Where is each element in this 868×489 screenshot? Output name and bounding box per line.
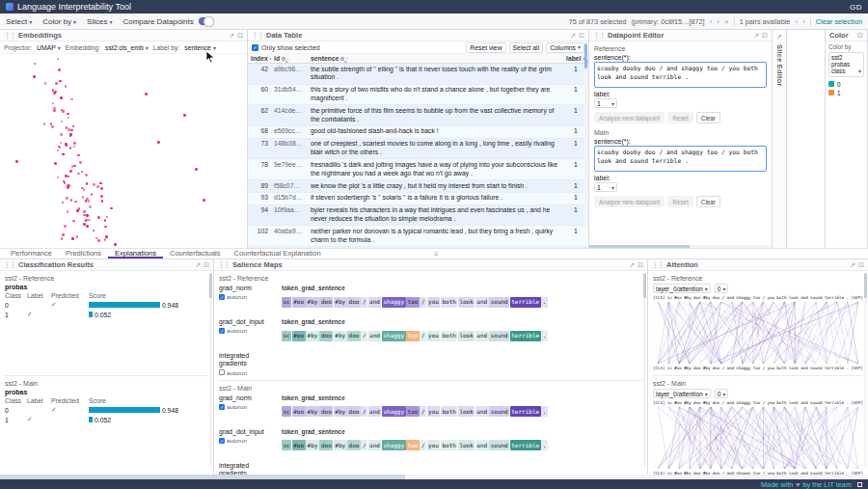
embedding-point[interactable] <box>82 196 85 199</box>
embedding-point[interactable] <box>58 68 61 71</box>
table-row[interactable]: 89 f58c07… we know the plot 's a little … <box>248 180 588 193</box>
embedding-point[interactable] <box>60 142 63 145</box>
next-datapoint-button[interactable]: › <box>717 17 719 26</box>
salience-token-chip[interactable]: doo <box>347 297 361 308</box>
attention-token[interactable]: #by <box>703 366 711 370</box>
autorun-checkbox[interactable] <box>219 369 225 375</box>
column-header-index[interactable]: index↕ <box>248 54 271 64</box>
embedding-point[interactable] <box>43 122 46 125</box>
embedding-point[interactable] <box>68 184 70 187</box>
embedding-point[interactable] <box>70 199 73 202</box>
columns-button[interactable]: Columns▾ <box>546 42 584 53</box>
embedding-point[interactable] <box>73 142 76 145</box>
layer-select[interactable]: layer_0/attention▾ <box>653 389 711 398</box>
sentence-textarea[interactable]: scooby dooby doo / and shaggy too / you … <box>594 62 767 88</box>
attention-token[interactable]: both <box>776 366 786 370</box>
color-by-select[interactable]: sst2 probas class▾ <box>828 52 864 77</box>
embedding-point[interactable] <box>53 109 56 112</box>
reset-button[interactable]: Reset <box>667 196 692 207</box>
drag-handle-icon[interactable]: ≡ <box>434 250 439 258</box>
bottom-tab[interactable]: Predictions <box>59 249 108 258</box>
attention-token[interactable]: / <box>763 295 766 300</box>
head-select[interactable]: 0▾ <box>715 284 729 293</box>
autorun-checkbox[interactable]: ✓ <box>219 438 225 444</box>
attention-token[interactable]: sc <box>667 295 672 300</box>
embedding-point[interactable] <box>114 243 117 246</box>
attention-token[interactable]: sc <box>667 366 672 370</box>
table-row[interactable]: 102 40a6a9… neither parker nor donovan i… <box>248 226 588 247</box>
search-icon[interactable] <box>340 57 344 61</box>
attention-token[interactable]: [CLS] <box>653 295 665 300</box>
embedding-point[interactable] <box>83 189 86 192</box>
embedding-scatter[interactable] <box>0 54 247 248</box>
salience-token-chip[interactable]: sc <box>282 440 291 450</box>
salience-token-chip[interactable]: shaggy <box>382 440 406 450</box>
salience-token-chip[interactable]: look <box>458 406 475 417</box>
attention-token[interactable]: terrible <box>825 366 844 370</box>
embedding-point[interactable] <box>88 200 91 203</box>
salience-token-chip[interactable]: and <box>368 297 382 308</box>
attention-token[interactable]: and <box>800 400 808 405</box>
salience-token-chip[interactable]: . <box>541 331 548 341</box>
attention-token[interactable]: #by <box>703 400 711 405</box>
embedding-point[interactable] <box>54 162 57 165</box>
attention-token[interactable]: too <box>753 400 761 405</box>
salience-token-chip[interactable]: terrible <box>510 406 541 417</box>
embedding-point[interactable] <box>86 182 89 185</box>
attention-visualization[interactable]: [CLS]sc#oo#bydoo#bydoo/andshaggytoo/youb… <box>653 295 863 370</box>
attention-token[interactable]: #oo <box>674 295 682 300</box>
bottom-tab[interactable]: Counterfactuals <box>163 249 228 258</box>
salience-token-chip[interactable]: / <box>420 440 426 450</box>
embedding-point[interactable] <box>57 149 60 152</box>
attention-token[interactable]: shaggy <box>736 366 750 370</box>
salience-token-chip[interactable]: doo <box>347 406 361 417</box>
attention-token[interactable]: both <box>776 400 786 405</box>
embedding-point[interactable] <box>65 143 68 146</box>
salience-token-chip[interactable]: / <box>361 331 367 341</box>
attention-token[interactable]: look <box>789 366 799 370</box>
bottom-tab[interactable]: Explanations <box>108 249 163 258</box>
attention-token[interactable]: #by <box>684 366 692 370</box>
autorun-checkbox[interactable]: ✓ <box>219 404 225 410</box>
popout-icon[interactable]: ↗ <box>776 33 782 41</box>
attention-token[interactable]: you <box>767 366 774 370</box>
next-pair-button[interactable]: › <box>802 17 805 26</box>
clear-selection-button[interactable]: Clear selection <box>816 17 862 26</box>
maximize-icon[interactable]: ⊡ <box>203 261 209 269</box>
embedding-point[interactable] <box>157 141 160 144</box>
salience-token-chip[interactable]: too <box>406 331 420 341</box>
salience-token-chip[interactable]: you <box>427 331 441 341</box>
label-select[interactable]: 1▾ <box>594 98 617 108</box>
data-table-scroll-area[interactable]: index↕id↕sentence↕label↕ 42 a9bc96… the … <box>248 54 588 248</box>
popout-icon[interactable]: ↗ <box>570 32 576 40</box>
salience-token-chip[interactable]: and <box>368 440 382 450</box>
embedding-point[interactable] <box>62 153 65 156</box>
label-by-select[interactable]: sentence▾ <box>184 44 216 51</box>
embedding-point[interactable] <box>76 235 79 238</box>
embedding-point[interactable] <box>110 207 113 210</box>
salience-token-chip[interactable]: shaggy <box>382 297 406 308</box>
prev-datapoint-button[interactable]: ‹ <box>710 17 713 26</box>
only-show-selected-checkbox[interactable]: ✓ <box>252 44 258 51</box>
embedding-point[interactable] <box>106 216 109 219</box>
maximize-icon[interactable]: ⊡ <box>857 32 863 40</box>
attention-token[interactable]: [SEP] <box>851 366 863 370</box>
analyze-button[interactable]: Analyze new datapoint <box>594 196 665 207</box>
sort-icon[interactable]: ↕ <box>345 56 348 62</box>
clear-button[interactable]: Clear <box>696 196 720 207</box>
embedding-point[interactable] <box>34 63 37 66</box>
salience-token-chip[interactable]: #by <box>306 331 319 341</box>
attention-token[interactable]: / <box>722 400 725 405</box>
embedding-point[interactable] <box>60 96 63 99</box>
salience-token-chip[interactable]: look <box>458 331 475 341</box>
popout-icon[interactable]: ↗ <box>229 32 234 40</box>
salience-token-chip[interactable]: you <box>427 406 441 417</box>
embedding-point[interactable] <box>77 173 80 176</box>
attention-token[interactable]: / <box>722 295 725 300</box>
embedding-point[interactable] <box>100 187 103 190</box>
salience-token-chip[interactable]: sound <box>489 440 509 450</box>
salience-token-chip[interactable]: shaggy <box>382 331 406 341</box>
embedding-point[interactable] <box>50 122 53 125</box>
bottom-tab[interactable]: Counterfactual Explanation <box>228 249 328 258</box>
table-row[interactable]: 73 148b38… one of creepiest , scariest m… <box>248 138 588 159</box>
